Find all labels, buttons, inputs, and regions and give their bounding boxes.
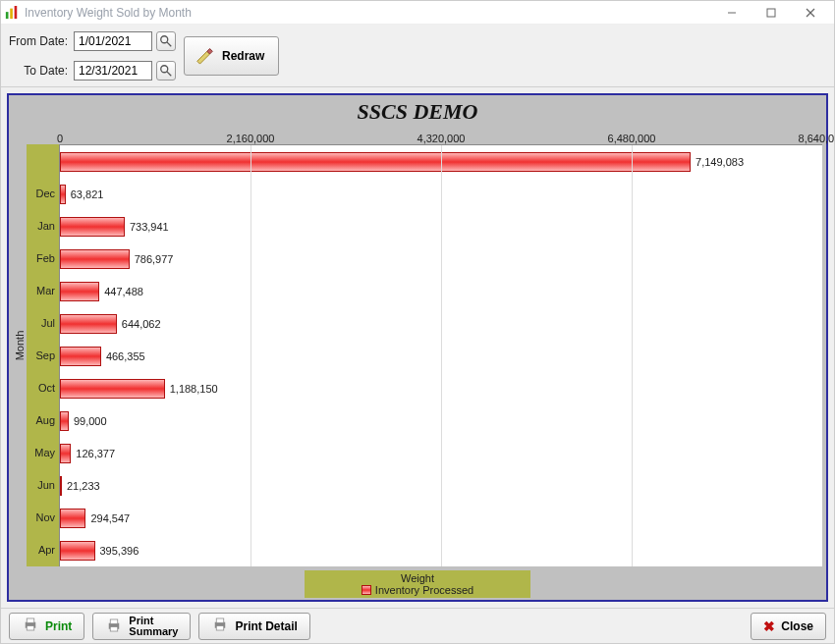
chart-area: SSCS DEMO Month DecJanFebMarJulSepOctAug… [1,87,834,608]
print-icon [22,616,39,636]
chart-y-axis-label: Month [13,125,27,566]
from-date-label: From Date: [9,34,70,48]
svg-rect-19 [217,626,225,631]
chart-legend-swatch [362,585,371,595]
chart-category-label: Oct [27,372,59,404]
chart-category-label: Sep [27,339,59,371]
chart-gridline [632,145,633,566]
print-icon [105,617,123,636]
close-label: Close [781,619,813,633]
chart-bar: 786,977 [60,249,130,269]
svg-rect-13 [27,626,34,631]
window-controls [712,2,830,24]
svg-rect-4 [767,9,775,17]
print-label: Print [45,619,72,633]
chart-category-label: Jul [27,306,59,339]
chart-bar: 99,000 [60,411,69,431]
chart-bar-value-label: 126,377 [76,448,115,459]
chart-plot: 7,149,08363,821733,941786,977447,488644,… [60,144,822,566]
svg-rect-1 [10,8,13,19]
chart-category-label: Aug [27,404,59,437]
chart-category-label: Dec [27,177,59,209]
redraw-button[interactable]: Redraw [184,36,279,76]
chart-bar-value-label: 63,821 [71,188,104,200]
chart-legend: Weight Inventory Processed [305,570,530,598]
chart-bar: 447,488 [60,282,99,301]
window-title: Inventory Weight Sold by Month [25,6,712,20]
chart-bar: 644,062 [60,314,117,334]
chart-category-label: Jun [27,469,59,502]
chart-bar-value-label: 786,977 [135,253,174,265]
chart-bar-value-label: 99,000 [74,415,107,427]
chart-bar-value-label: 644,062 [122,318,161,330]
chart-bar-value-label: 395,396 [100,545,139,557]
chart-x-tick: 6,480,000 [608,125,656,144]
minimize-button[interactable] [712,2,752,24]
from-date-input[interactable] [74,31,152,51]
chart-bar: 21,233 [60,476,62,496]
chart-legend-series: Inventory Processed [375,584,473,596]
chart-title: SSCS DEMO [9,95,826,125]
chart-frame: SSCS DEMO Month DecJanFebMarJulSepOctAug… [7,93,828,602]
svg-point-7 [161,35,168,42]
print-detail-label: Print Detail [235,619,297,633]
date-range-inputs: From Date: To Date: [9,29,176,82]
svg-rect-16 [111,626,119,631]
app-window: Inventory Weight Sold by Month From Date… [0,0,835,644]
chart-body: Month DecJanFebMarJulSepOctAugMayJunNovA… [9,125,826,570]
chart-bar-value-label: 294,547 [90,512,130,524]
svg-rect-18 [217,618,225,623]
chart-bar: 733,941 [60,217,125,237]
svg-rect-2 [15,6,18,19]
svg-rect-0 [6,12,9,19]
print-icon [211,616,229,636]
redraw-icon [195,43,216,68]
svg-line-8 [167,41,171,45]
chart-x-tick: 4,320,000 [418,125,466,144]
close-window-button[interactable] [791,2,830,24]
chart-x-tick: 2,160,000 [227,125,275,144]
chart-gridline [441,145,442,566]
chart-gridline [250,145,251,566]
chart-bar-value-label: 7,149,083 [696,156,744,168]
chart-category-label: Nov [27,502,59,534]
chart-category-labels: DecJanFebMarJulSepOctAugMayJunNovApr [27,144,60,566]
chart-bar: 7,149,083 [60,152,691,172]
svg-point-9 [161,65,168,72]
maximize-button[interactable] [752,2,791,24]
footer: Print Print Summary Print Detail ✖ Close [1,608,834,643]
print-button[interactable]: Print [9,613,84,640]
chart-bar-value-label: 466,355 [106,350,145,362]
close-icon: ✖ [763,618,775,634]
chart-bar-value-label: 21,233 [67,480,100,492]
from-date-picker-button[interactable] [156,31,176,51]
chart-category-label: Jan [27,209,59,242]
chart-x-axis: 02,160,0004,320,0006,480,0008,640,000 [60,125,822,144]
chart-bar-value-label: 733,941 [130,221,169,233]
svg-rect-12 [27,618,34,623]
print-summary-button[interactable]: Print Summary [92,613,191,640]
print-detail-button[interactable]: Print Detail [198,613,309,640]
to-date-input[interactable] [74,61,152,80]
svg-line-10 [167,71,171,75]
chart-bar: 63,821 [60,185,66,204]
chart-category-label: Feb [27,242,59,274]
close-button[interactable]: ✖ Close [751,613,826,640]
chart-x-tick: 0 [57,125,63,144]
to-date-label: To Date: [9,64,70,78]
print-summary-label: Print Summary [129,616,178,637]
to-date-picker-button[interactable] [156,61,176,80]
chart-bar-value-label: 447,488 [104,286,143,297]
chart-plot-column: 02,160,0004,320,0006,480,0008,640,000 7,… [60,125,822,566]
chart-category-label: May [27,437,59,469]
svg-rect-15 [111,619,119,624]
redraw-label: Redraw [222,49,264,63]
toolbar: From Date: To Date: Redraw [1,25,834,87]
chart-bar: 126,377 [60,444,71,463]
chart-category-label [27,144,59,177]
chart-bar: 1,188,150 [60,379,165,399]
titlebar: Inventory Weight Sold by Month [1,1,834,25]
chart-x-tick: 8,640,000 [799,125,834,144]
app-bar-chart-icon [5,6,19,20]
chart-legend-title: Weight [401,572,434,584]
